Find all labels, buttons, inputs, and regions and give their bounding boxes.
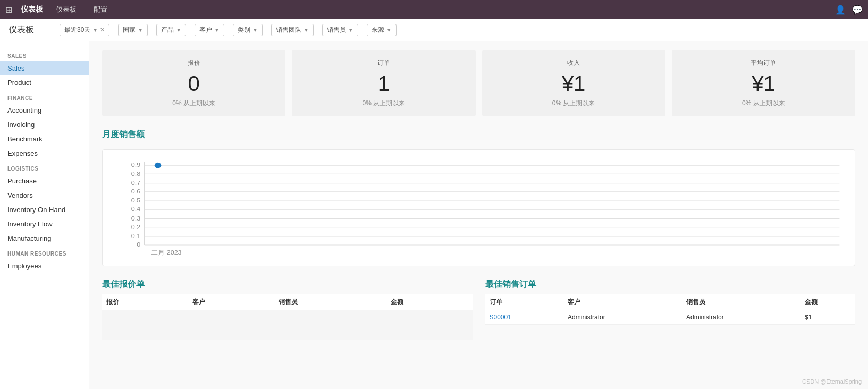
sidebar-item-purchase[interactable]: Purchase <box>0 174 89 188</box>
kpi-avg-value: ¥1 <box>682 72 845 96</box>
filter-source[interactable]: 来源 ▼ <box>367 24 397 36</box>
filter-category-label: 类别 <box>238 26 250 35</box>
svg-text:0.9: 0.9 <box>131 162 140 168</box>
main-layout: SALES Sales Product FINANCE Accounting I… <box>0 41 868 389</box>
topbar: ⊞ 仪表板 仪表板 配置 👤 💬 <box>0 0 868 19</box>
svg-text:0.8: 0.8 <box>131 171 140 177</box>
order-amount: $1 <box>800 310 855 325</box>
topbar-title: 仪表板 <box>21 5 43 14</box>
filter-product-label: 产品 <box>161 26 174 35</box>
topbar-menu-config[interactable]: 配置 <box>89 5 112 14</box>
sidebar-item-benchmark[interactable]: Benchmark <box>0 132 89 146</box>
kpi-card-quotes: 报价 0 0% 从上期以来 <box>102 50 285 116</box>
subheader: 仪表板 最近30天 ▼ ✕ 国家 ▼ 产品 ▼ 客户 ▼ 类别 ▼ 销售团队 ▼… <box>0 19 868 41</box>
svg-text:0.1: 0.1 <box>131 233 140 239</box>
filter-sales-team-arrow: ▼ <box>304 27 309 33</box>
kpi-avg-change: 0% 从上期以来 <box>682 99 845 108</box>
col-quote: 报价 <box>102 294 188 310</box>
col-amount-o: 金额 <box>800 294 855 310</box>
filter-country-label: 国家 <box>123 26 136 35</box>
filter-customer-arrow: ▼ <box>214 27 220 33</box>
svg-text:0: 0 <box>137 241 141 248</box>
filter-category[interactable]: 类别 ▼ <box>233 24 263 36</box>
best-quotes-section: 最佳报价单 报价 客户 销售员 金额 <box>102 279 473 340</box>
filter-country[interactable]: 国家 ▼ <box>118 24 148 36</box>
watermark: CSDN @EternalSpring <box>802 378 862 385</box>
topbar-right-icons: 👤 💬 <box>835 5 863 15</box>
col-order: 订单 <box>485 294 564 310</box>
sidebar-item-accounting[interactable]: Accounting <box>0 103 89 117</box>
apps-icon[interactable]: ⊞ <box>5 5 12 15</box>
sidebar-item-inventory-flow[interactable]: Inventory Flow <box>0 217 89 231</box>
table-row: S00001 Administrator Administrator $1 <box>485 310 856 325</box>
sidebar-item-inventory-on-hand[interactable]: Inventory On Hand <box>0 202 89 217</box>
user-icon[interactable]: 👤 <box>835 5 846 15</box>
filter-category-arrow: ▼ <box>252 27 258 33</box>
kpi-card-orders: 订单 1 0% 从上期以来 <box>292 50 475 116</box>
filter-salesperson[interactable]: 销售员 ▼ <box>322 24 358 36</box>
sidebar-item-employees[interactable]: Employees <box>0 259 89 273</box>
filter-customer[interactable]: 客户 ▼ <box>195 24 224 36</box>
sidebar-section-logistics: LOGISTICS <box>0 160 89 174</box>
filter-recent30-close[interactable]: ✕ <box>100 27 105 33</box>
svg-text:0.4: 0.4 <box>131 206 141 212</box>
col-customer-q: 客户 <box>188 294 274 310</box>
chart-svg: 0 0.1 0.2 0.3 0.4 0.5 0.6 0.7 0.8 0.9 二月… <box>111 156 846 259</box>
page-title: 仪表板 <box>9 24 51 36</box>
svg-point-21 <box>155 163 162 168</box>
sidebar-section-hr: HUMAN RESOURCES <box>0 246 89 259</box>
svg-text:0.7: 0.7 <box>131 180 140 186</box>
order-link[interactable]: S00001 <box>485 310 564 325</box>
kpi-orders-change: 0% 从上期以来 <box>302 99 465 108</box>
chart-title: 月度销售额 <box>102 129 855 145</box>
best-orders-title: 最佳销售订单 <box>485 279 856 290</box>
filter-salesperson-arrow: ▼ <box>348 27 353 33</box>
filter-product[interactable]: 产品 ▼ <box>156 24 186 36</box>
kpi-revenue-change: 0% 从上期以来 <box>493 99 655 108</box>
col-salesperson-q: 销售员 <box>274 294 386 310</box>
table-row <box>102 325 473 340</box>
filter-customer-label: 客户 <box>199 26 212 35</box>
filter-country-arrow: ▼ <box>138 27 143 33</box>
sidebar-item-expenses[interactable]: Expenses <box>0 146 89 160</box>
best-orders-section: 最佳销售订单 订单 客户 销售员 金额 S00001 Administ <box>485 279 856 340</box>
table-row <box>102 310 473 325</box>
svg-text:0.5: 0.5 <box>131 197 141 204</box>
kpi-quotes-label: 报价 <box>113 58 275 67</box>
kpi-orders-label: 订单 <box>302 58 465 67</box>
svg-text:0.3: 0.3 <box>131 215 140 222</box>
filter-source-label: 来源 <box>372 26 384 35</box>
col-salesperson-o: 销售员 <box>682 294 800 310</box>
filter-recent30[interactable]: 最近30天 ▼ ✕ <box>60 24 109 36</box>
filter-sales-team[interactable]: 销售团队 ▼ <box>271 24 314 36</box>
kpi-quotes-change: 0% 从上期以来 <box>113 99 275 108</box>
filter-source-arrow: ▼ <box>386 27 392 33</box>
kpi-revenue-value: ¥1 <box>493 72 655 96</box>
sidebar-section-finance: FINANCE <box>0 90 89 103</box>
filter-recent30-arrow: ▼ <box>92 27 98 33</box>
kpi-row: 报价 0 0% 从上期以来 订单 1 0% 从上期以来 收入 ¥1 0% 从上期… <box>102 50 855 116</box>
filter-sales-team-label: 销售团队 <box>276 26 301 35</box>
sidebar-item-invoicing[interactable]: Invoicing <box>0 117 89 132</box>
svg-text:二月 2023: 二月 2023 <box>151 249 181 256</box>
kpi-card-revenue: 收入 ¥1 0% 从上期以来 <box>482 50 665 116</box>
svg-text:0.2: 0.2 <box>131 224 140 230</box>
sidebar: SALES Sales Product FINANCE Accounting I… <box>0 41 89 389</box>
kpi-orders-value: 1 <box>302 72 465 96</box>
best-orders-table: 订单 客户 销售员 金额 S00001 Administrator Admini… <box>485 294 856 325</box>
sidebar-item-product[interactable]: Product <box>0 75 89 90</box>
kpi-avg-label: 平均订单 <box>682 58 845 67</box>
topbar-menu-dashboard[interactable]: 仪表板 <box>52 5 81 14</box>
sidebar-item-vendors[interactable]: Vendors <box>0 188 89 202</box>
monthly-sales-section: 月度销售额 0 0. <box>102 129 855 266</box>
col-amount-q: 金额 <box>386 294 473 310</box>
main-content: 报价 0 0% 从上期以来 订单 1 0% 从上期以来 收入 ¥1 0% 从上期… <box>89 41 868 389</box>
sidebar-section-sales: SALES <box>0 48 89 61</box>
sidebar-item-sales[interactable]: Sales <box>0 61 89 75</box>
col-customer-o: 客户 <box>563 294 682 310</box>
chart-container: 0 0.1 0.2 0.3 0.4 0.5 0.6 0.7 0.8 0.9 二月… <box>102 149 855 266</box>
kpi-card-avg-order: 平均订单 ¥1 0% 从上期以来 <box>672 50 855 116</box>
kpi-quotes-value: 0 <box>113 72 275 96</box>
chat-icon[interactable]: 💬 <box>852 5 863 15</box>
sidebar-item-manufacturing[interactable]: Manufacturing <box>0 231 89 246</box>
